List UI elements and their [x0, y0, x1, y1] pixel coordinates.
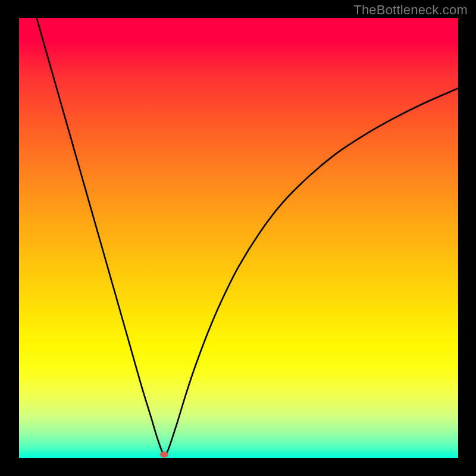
chart-container: TheBottleneck.com [0, 0, 476, 476]
curve-svg [19, 18, 458, 458]
watermark-text: TheBottleneck.com [353, 2, 468, 18]
bottleneck-curve [37, 18, 458, 455]
plot-area [19, 18, 458, 458]
min-marker [160, 452, 168, 458]
